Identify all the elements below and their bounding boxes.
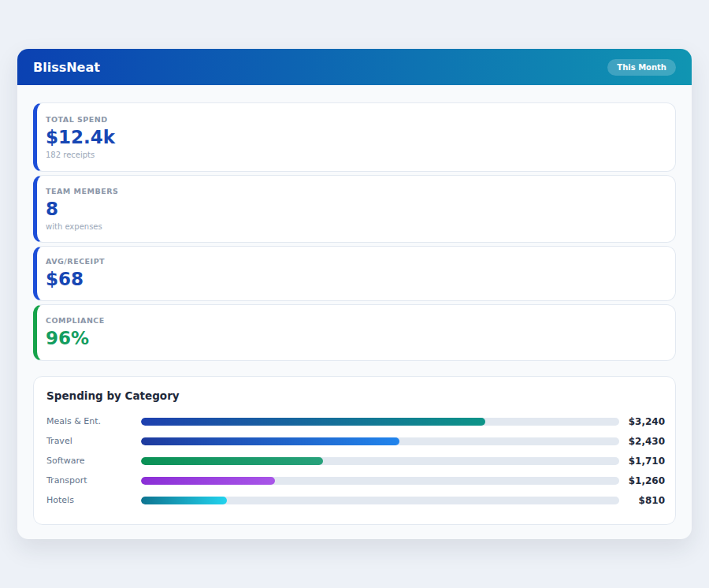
stat-card-total-spend: TOTAL SPEND$12.4k182 receipts	[33, 102, 676, 172]
stat-label: TEAM MEMBERS	[46, 187, 663, 195]
category-label: Travel	[46, 436, 141, 446]
bar-fill	[141, 418, 485, 426]
app-header: BlissNeat This Month	[17, 49, 692, 85]
bar-track	[141, 457, 619, 465]
stat-label: AVG/RECEIPT	[46, 257, 663, 266]
stat-value: $12.4k	[46, 127, 663, 149]
stat-label: TOTAL SPEND	[46, 115, 663, 124]
category-label: Transport	[46, 475, 141, 486]
chart-row-transport: Transport$1,260	[46, 471, 665, 490]
category-value: $3,240	[625, 416, 665, 427]
stat-label: COMPLIANCE	[46, 316, 663, 325]
dashboard-content: TOTAL SPEND$12.4k182 receiptsTEAM MEMBER…	[17, 85, 692, 525]
stat-card-avg-receipt: AVG/RECEIPT$68	[33, 246, 676, 301]
stat-value: $68	[46, 269, 663, 291]
stat-subtitle: 182 receipts	[46, 151, 663, 159]
app-title: BlissNeat	[33, 60, 100, 75]
category-value: $1,710	[625, 456, 665, 467]
category-label: Hotels	[46, 495, 141, 505]
bar-track	[141, 477, 619, 485]
chart-row-hotels: Hotels$810	[46, 490, 665, 510]
stat-subtitle: with expenses	[46, 222, 663, 231]
category-value: $1,260	[625, 475, 665, 486]
category-value: $2,430	[625, 436, 665, 447]
chart-card: Spending by Category Meals & Ent.$3,240T…	[33, 376, 676, 525]
category-value: $810	[625, 495, 665, 506]
chart-row-software: Software$1,710	[46, 451, 665, 471]
dashboard-card: BlissNeat This Month TOTAL SPEND$12.4k18…	[17, 49, 692, 539]
stat-card-compliance: COMPLIANCE96%	[33, 304, 676, 361]
stat-card-list: TOTAL SPEND$12.4k182 receiptsTEAM MEMBER…	[33, 102, 676, 361]
chart-row-travel: Travel$2,430	[46, 431, 665, 451]
bar-fill	[141, 477, 275, 485]
chart-title: Spending by Category	[46, 389, 665, 402]
bar-track	[141, 418, 619, 426]
stat-value: 96%	[46, 328, 663, 350]
chart-row-meals-ent-: Meals & Ent.$3,240	[46, 411, 665, 431]
category-label: Meals & Ent.	[46, 416, 141, 426]
period-badge[interactable]: This Month	[607, 59, 676, 76]
category-label: Software	[46, 456, 141, 466]
bar-track	[141, 437, 619, 445]
bar-track	[141, 497, 619, 504]
chart-rows: Meals & Ent.$3,240Travel$2,430Software$1…	[46, 411, 665, 510]
stat-card-team-members: TEAM MEMBERS8with expenses	[33, 175, 676, 243]
stat-value: 8	[46, 199, 663, 221]
bar-fill	[141, 457, 323, 465]
bar-fill	[141, 497, 227, 504]
bar-fill	[141, 437, 399, 445]
